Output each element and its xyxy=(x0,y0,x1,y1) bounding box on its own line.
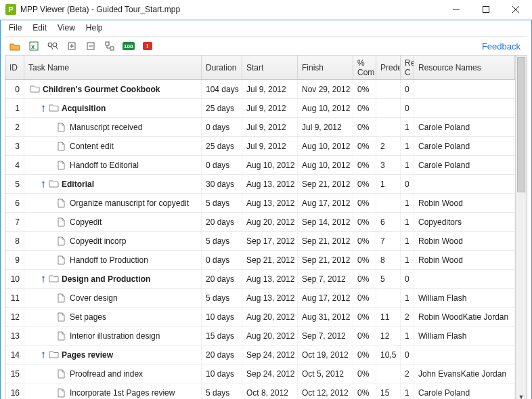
cell-predecessors: 6 xyxy=(376,213,401,231)
cell-id: 6 xyxy=(5,194,24,212)
cell-resource-count: 1 xyxy=(401,118,414,136)
cell-resource-count: 0 xyxy=(401,80,414,98)
menu-help[interactable]: Help xyxy=(81,22,108,34)
cell-start: Sep 24, 2012 xyxy=(242,345,298,364)
cell-resource-count: 0 xyxy=(401,99,414,117)
expand-icon[interactable] xyxy=(66,40,78,52)
table-row[interactable]: 0Children's Gourmet Cookbook104 daysJul … xyxy=(5,80,515,99)
cell-task-name: Copyedit incorp xyxy=(24,232,202,250)
page-icon xyxy=(57,198,67,207)
cell-predecessors xyxy=(376,194,401,212)
cell-resource-names: Robin WoodKatie Jordan xyxy=(414,308,515,326)
vertical-scrollbar[interactable]: ▲ ▼ xyxy=(515,56,527,399)
table-row[interactable]: 9Handoff to Production0 daysSep 21, 2012… xyxy=(5,251,515,270)
minimize-button[interactable] xyxy=(441,0,471,19)
cell-finish: Nov 29, 2012 xyxy=(298,80,353,98)
cell-id: 0 xyxy=(5,80,24,98)
table-row[interactable]: 1Acquisition25 daysJul 9, 2012Aug 10, 20… xyxy=(5,99,515,118)
cell-task-name: Acquisition xyxy=(24,99,202,117)
cell-start: Sep 21, 2012 xyxy=(242,251,298,269)
cell-predecessors: 8 xyxy=(376,251,401,269)
badge-alert-icon[interactable]: ! xyxy=(141,40,154,52)
menu-file[interactable]: File xyxy=(3,22,27,34)
table-row[interactable]: 13Interior illustration design15 daysAug… xyxy=(5,327,515,345)
cell-id: 16 xyxy=(5,383,24,399)
badge-100-icon[interactable]: 100 xyxy=(123,40,135,52)
scroll-down-icon[interactable]: ▼ xyxy=(516,391,527,399)
col-predecessors[interactable]: Prede xyxy=(376,56,401,79)
cell-percent-complete: 0% xyxy=(353,213,376,231)
page-icon xyxy=(57,388,67,397)
cell-percent-complete: 0% xyxy=(353,99,376,117)
task-name-text: Copyedit incorp xyxy=(70,236,126,246)
table-row[interactable]: 15Proofread and index10 daysSep 24, 2012… xyxy=(5,364,515,383)
table-row[interactable]: 2Manuscript received0 daysJul 9, 2012Jul… xyxy=(5,118,515,137)
cell-resource-names xyxy=(414,99,515,117)
cell-task-name: Content edit xyxy=(24,137,202,155)
cell-resource-names: Copyeditors xyxy=(414,213,515,231)
svg-text:!: ! xyxy=(146,43,148,49)
folder-icon xyxy=(49,104,59,112)
cell-resource-count: 1 xyxy=(401,194,414,212)
table-row[interactable]: 3Content edit25 daysJul 9, 2012Aug 10, 2… xyxy=(5,137,515,156)
open-icon[interactable] xyxy=(9,40,21,52)
cell-resource-count: 1 xyxy=(401,232,414,250)
table-row[interactable]: 16Incorporate 1st Pages review5 daysOct … xyxy=(5,383,515,399)
cell-percent-complete: 0% xyxy=(353,251,376,269)
cell-duration: 25 days xyxy=(202,99,242,117)
cell-resource-names: John EvansKatie Jordan xyxy=(414,364,515,383)
table-row[interactable]: 14Pages review20 daysSep 24, 2012Oct 19,… xyxy=(5,345,515,364)
table-row[interactable]: 6Organize manuscript for copyedit5 daysA… xyxy=(5,194,515,213)
col-task-name[interactable]: Task Name xyxy=(24,56,202,79)
cell-id: 4 xyxy=(5,156,24,174)
outline-icon[interactable] xyxy=(104,40,116,52)
cell-duration: 5 days xyxy=(202,289,242,307)
feedback-link[interactable]: Feedback xyxy=(482,41,523,51)
cell-task-name: Children's Gourmet Cookbook xyxy=(24,80,202,98)
scroll-thumb[interactable] xyxy=(517,57,525,192)
col-duration[interactable]: Duration xyxy=(202,56,242,79)
cell-duration: 0 days xyxy=(202,118,242,136)
task-grid: ID Task Name Duration Start Finish %Com … xyxy=(5,56,515,399)
link-icon xyxy=(41,276,46,282)
table-row[interactable]: 8Copyedit incorp5 daysSep 17, 2012Sep 21… xyxy=(5,232,515,251)
col-resource-count[interactable]: ReC xyxy=(401,56,414,79)
export-excel-icon[interactable]: x xyxy=(28,40,40,52)
table-row[interactable]: 7Copyedit20 daysAug 20, 2012Sep 14, 2012… xyxy=(5,213,515,232)
table-row[interactable]: 11Cover design5 daysAug 13, 2012Aug 17, … xyxy=(5,289,515,308)
table-row[interactable]: 4Handoff to Editorial0 daysAug 10, 2012A… xyxy=(5,156,515,175)
col-finish[interactable]: Finish xyxy=(298,56,353,79)
page-icon xyxy=(57,161,67,169)
app-icon: P xyxy=(5,4,16,15)
cell-id: 13 xyxy=(5,327,24,345)
close-button[interactable] xyxy=(501,0,531,19)
collapse-icon[interactable] xyxy=(85,40,97,52)
table-row[interactable]: 12Set pages10 daysAug 20, 2012Aug 31, 20… xyxy=(5,308,515,327)
col-resource-names[interactable]: Resource Names xyxy=(414,56,515,79)
menu-bar: File Edit View Help xyxy=(1,20,531,35)
cell-predecessors: 2 xyxy=(376,137,401,155)
menu-edit[interactable]: Edit xyxy=(27,22,52,34)
maximize-button[interactable] xyxy=(471,0,501,19)
cell-start: Aug 20, 2012 xyxy=(242,308,298,326)
col-percent-complete[interactable]: %Com xyxy=(353,56,376,79)
cell-percent-complete: 0% xyxy=(353,194,376,212)
find-icon[interactable] xyxy=(47,40,59,52)
menu-view[interactable]: View xyxy=(52,22,81,34)
col-id[interactable]: ID xyxy=(5,56,24,79)
cell-resource-count: 1 xyxy=(401,213,414,231)
table-row[interactable]: 5Editorial30 daysAug 13, 2012Sep 21, 201… xyxy=(5,175,515,194)
cell-predecessors xyxy=(376,80,401,98)
cell-resource-names: Robin Wood xyxy=(414,194,515,212)
cell-finish: Aug 17, 2012 xyxy=(298,194,353,212)
cell-id: 2 xyxy=(5,118,24,136)
cell-task-name: Incorporate 1st Pages review xyxy=(24,383,202,399)
cell-predecessors: 7 xyxy=(376,232,401,250)
table-row[interactable]: 10Design and Production20 daysAug 13, 20… xyxy=(5,270,515,289)
page-icon xyxy=(57,331,67,340)
cell-predecessors xyxy=(376,118,401,136)
col-start[interactable]: Start xyxy=(242,56,298,79)
page-icon xyxy=(57,255,67,264)
page-icon xyxy=(57,236,67,245)
cell-task-name: Cover design xyxy=(24,289,202,307)
